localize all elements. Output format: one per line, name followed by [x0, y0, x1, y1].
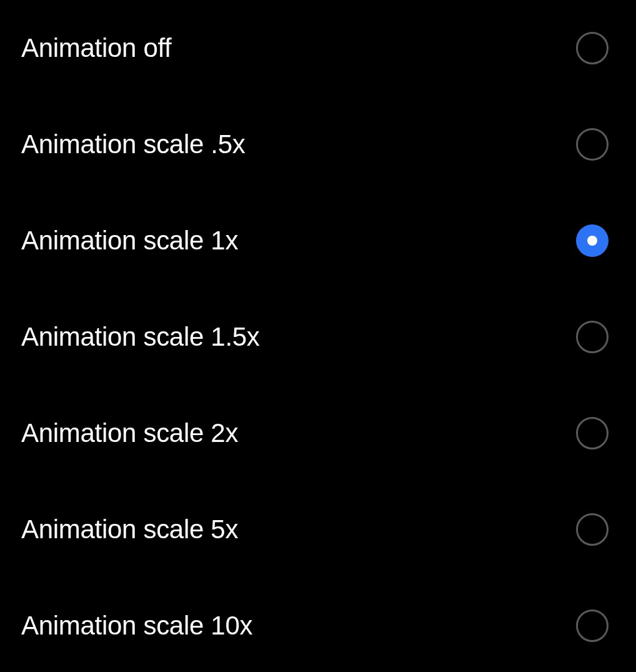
option-animation-scale-1x[interactable]: Animation scale 1x [0, 193, 636, 289]
option-label: Animation scale 1x [21, 226, 238, 256]
radio-icon [576, 32, 609, 64]
radio-icon [576, 609, 609, 642]
radio-icon [576, 417, 609, 449]
option-animation-scale-0-5x[interactable]: Animation scale .5x [0, 96, 636, 193]
option-animation-scale-5x[interactable]: Animation scale 5x [0, 481, 636, 578]
option-animation-scale-10x[interactable]: Animation scale 10x [0, 578, 636, 672]
option-label: Animation off [21, 33, 171, 63]
radio-icon [576, 513, 609, 546]
option-animation-off[interactable]: Animation off [0, 0, 636, 96]
option-label: Animation scale 10x [21, 611, 252, 641]
option-label: Animation scale .5x [21, 129, 245, 159]
radio-icon-selected [576, 224, 609, 257]
option-label: Animation scale 1.5x [21, 322, 260, 352]
animation-scale-list: Animation off Animation scale .5x Animat… [0, 0, 636, 672]
option-label: Animation scale 2x [21, 418, 238, 448]
radio-icon [576, 321, 609, 353]
option-label: Animation scale 5x [21, 514, 238, 544]
option-animation-scale-1-5x[interactable]: Animation scale 1.5x [0, 289, 636, 385]
radio-icon [576, 128, 609, 161]
option-animation-scale-2x[interactable]: Animation scale 2x [0, 385, 636, 481]
